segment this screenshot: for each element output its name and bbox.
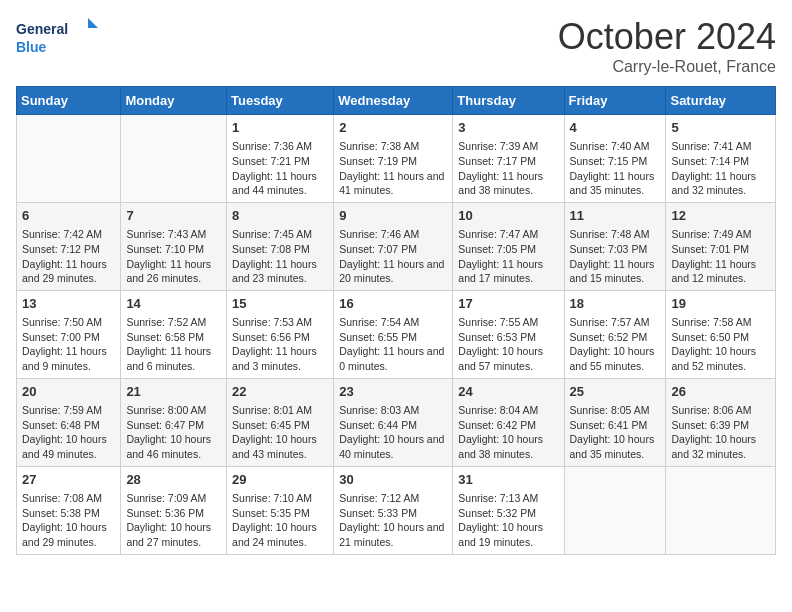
day-number: 28 — [126, 471, 221, 489]
cell-info: Sunrise: 7:45 AM Sunset: 7:08 PM Dayligh… — [232, 227, 328, 286]
cell-info: Sunrise: 8:06 AM Sunset: 6:39 PM Dayligh… — [671, 403, 770, 462]
col-header-tuesday: Tuesday — [227, 87, 334, 115]
day-number: 20 — [22, 383, 115, 401]
cell-info: Sunrise: 7:57 AM Sunset: 6:52 PM Dayligh… — [570, 315, 661, 374]
calendar-cell: 19Sunrise: 7:58 AM Sunset: 6:50 PM Dayli… — [666, 290, 776, 378]
calendar-cell: 23Sunrise: 8:03 AM Sunset: 6:44 PM Dayli… — [334, 378, 453, 466]
day-number: 25 — [570, 383, 661, 401]
cell-info: Sunrise: 7:54 AM Sunset: 6:55 PM Dayligh… — [339, 315, 447, 374]
calendar-cell: 15Sunrise: 7:53 AM Sunset: 6:56 PM Dayli… — [227, 290, 334, 378]
col-header-monday: Monday — [121, 87, 227, 115]
cell-info: Sunrise: 8:04 AM Sunset: 6:42 PM Dayligh… — [458, 403, 558, 462]
calendar-cell — [17, 115, 121, 203]
day-number: 17 — [458, 295, 558, 313]
day-number: 13 — [22, 295, 115, 313]
header-row: SundayMondayTuesdayWednesdayThursdayFrid… — [17, 87, 776, 115]
day-number: 15 — [232, 295, 328, 313]
logo: General Blue — [16, 16, 106, 61]
month-title: October 2024 — [558, 16, 776, 58]
day-number: 16 — [339, 295, 447, 313]
calendar-cell: 4Sunrise: 7:40 AM Sunset: 7:15 PM Daylig… — [564, 115, 666, 203]
cell-info: Sunrise: 7:13 AM Sunset: 5:32 PM Dayligh… — [458, 491, 558, 550]
calendar-cell: 10Sunrise: 7:47 AM Sunset: 7:05 PM Dayli… — [453, 202, 564, 290]
cell-info: Sunrise: 7:12 AM Sunset: 5:33 PM Dayligh… — [339, 491, 447, 550]
week-row-2: 6Sunrise: 7:42 AM Sunset: 7:12 PM Daylig… — [17, 202, 776, 290]
cell-info: Sunrise: 7:49 AM Sunset: 7:01 PM Dayligh… — [671, 227, 770, 286]
week-row-4: 20Sunrise: 7:59 AM Sunset: 6:48 PM Dayli… — [17, 378, 776, 466]
cell-info: Sunrise: 8:03 AM Sunset: 6:44 PM Dayligh… — [339, 403, 447, 462]
cell-info: Sunrise: 7:55 AM Sunset: 6:53 PM Dayligh… — [458, 315, 558, 374]
calendar-cell: 2Sunrise: 7:38 AM Sunset: 7:19 PM Daylig… — [334, 115, 453, 203]
calendar-cell: 21Sunrise: 8:00 AM Sunset: 6:47 PM Dayli… — [121, 378, 227, 466]
title-area: October 2024 Carry-le-Rouet, France — [558, 16, 776, 76]
cell-info: Sunrise: 7:43 AM Sunset: 7:10 PM Dayligh… — [126, 227, 221, 286]
calendar-cell: 9Sunrise: 7:46 AM Sunset: 7:07 PM Daylig… — [334, 202, 453, 290]
day-number: 6 — [22, 207, 115, 225]
day-number: 4 — [570, 119, 661, 137]
calendar-cell: 8Sunrise: 7:45 AM Sunset: 7:08 PM Daylig… — [227, 202, 334, 290]
day-number: 21 — [126, 383, 221, 401]
cell-info: Sunrise: 7:08 AM Sunset: 5:38 PM Dayligh… — [22, 491, 115, 550]
cell-info: Sunrise: 7:09 AM Sunset: 5:36 PM Dayligh… — [126, 491, 221, 550]
cell-info: Sunrise: 7:48 AM Sunset: 7:03 PM Dayligh… — [570, 227, 661, 286]
col-header-thursday: Thursday — [453, 87, 564, 115]
cell-info: Sunrise: 7:58 AM Sunset: 6:50 PM Dayligh… — [671, 315, 770, 374]
cell-info: Sunrise: 7:10 AM Sunset: 5:35 PM Dayligh… — [232, 491, 328, 550]
col-header-wednesday: Wednesday — [334, 87, 453, 115]
day-number: 10 — [458, 207, 558, 225]
calendar-cell: 12Sunrise: 7:49 AM Sunset: 7:01 PM Dayli… — [666, 202, 776, 290]
location: Carry-le-Rouet, France — [558, 58, 776, 76]
cell-info: Sunrise: 7:53 AM Sunset: 6:56 PM Dayligh… — [232, 315, 328, 374]
day-number: 11 — [570, 207, 661, 225]
col-header-saturday: Saturday — [666, 87, 776, 115]
calendar-cell: 18Sunrise: 7:57 AM Sunset: 6:52 PM Dayli… — [564, 290, 666, 378]
cell-info: Sunrise: 7:50 AM Sunset: 7:00 PM Dayligh… — [22, 315, 115, 374]
svg-text:Blue: Blue — [16, 39, 47, 55]
cell-info: Sunrise: 7:38 AM Sunset: 7:19 PM Dayligh… — [339, 139, 447, 198]
day-number: 9 — [339, 207, 447, 225]
day-number: 8 — [232, 207, 328, 225]
calendar-cell: 5Sunrise: 7:41 AM Sunset: 7:14 PM Daylig… — [666, 115, 776, 203]
cell-info: Sunrise: 7:39 AM Sunset: 7:17 PM Dayligh… — [458, 139, 558, 198]
calendar-cell: 27Sunrise: 7:08 AM Sunset: 5:38 PM Dayli… — [17, 466, 121, 554]
cell-info: Sunrise: 7:42 AM Sunset: 7:12 PM Dayligh… — [22, 227, 115, 286]
calendar-cell: 22Sunrise: 8:01 AM Sunset: 6:45 PM Dayli… — [227, 378, 334, 466]
day-number: 30 — [339, 471, 447, 489]
cell-info: Sunrise: 7:41 AM Sunset: 7:14 PM Dayligh… — [671, 139, 770, 198]
week-row-3: 13Sunrise: 7:50 AM Sunset: 7:00 PM Dayli… — [17, 290, 776, 378]
calendar-table: SundayMondayTuesdayWednesdayThursdayFrid… — [16, 86, 776, 555]
page-header: General Blue October 2024 Carry-le-Rouet… — [16, 16, 776, 76]
day-number: 19 — [671, 295, 770, 313]
calendar-cell: 30Sunrise: 7:12 AM Sunset: 5:33 PM Dayli… — [334, 466, 453, 554]
day-number: 7 — [126, 207, 221, 225]
day-number: 31 — [458, 471, 558, 489]
svg-text:General: General — [16, 21, 68, 37]
cell-info: Sunrise: 8:01 AM Sunset: 6:45 PM Dayligh… — [232, 403, 328, 462]
calendar-cell: 25Sunrise: 8:05 AM Sunset: 6:41 PM Dayli… — [564, 378, 666, 466]
day-number: 1 — [232, 119, 328, 137]
calendar-cell: 26Sunrise: 8:06 AM Sunset: 6:39 PM Dayli… — [666, 378, 776, 466]
calendar-cell — [121, 115, 227, 203]
calendar-cell: 16Sunrise: 7:54 AM Sunset: 6:55 PM Dayli… — [334, 290, 453, 378]
day-number: 12 — [671, 207, 770, 225]
day-number: 26 — [671, 383, 770, 401]
cell-info: Sunrise: 8:00 AM Sunset: 6:47 PM Dayligh… — [126, 403, 221, 462]
calendar-cell: 11Sunrise: 7:48 AM Sunset: 7:03 PM Dayli… — [564, 202, 666, 290]
calendar-cell: 1Sunrise: 7:36 AM Sunset: 7:21 PM Daylig… — [227, 115, 334, 203]
calendar-cell: 20Sunrise: 7:59 AM Sunset: 6:48 PM Dayli… — [17, 378, 121, 466]
day-number: 27 — [22, 471, 115, 489]
cell-info: Sunrise: 7:52 AM Sunset: 6:58 PM Dayligh… — [126, 315, 221, 374]
day-number: 18 — [570, 295, 661, 313]
day-number: 5 — [671, 119, 770, 137]
col-header-friday: Friday — [564, 87, 666, 115]
week-row-5: 27Sunrise: 7:08 AM Sunset: 5:38 PM Dayli… — [17, 466, 776, 554]
calendar-cell: 6Sunrise: 7:42 AM Sunset: 7:12 PM Daylig… — [17, 202, 121, 290]
calendar-cell: 3Sunrise: 7:39 AM Sunset: 7:17 PM Daylig… — [453, 115, 564, 203]
day-number: 22 — [232, 383, 328, 401]
svg-marker-1 — [88, 18, 98, 28]
calendar-cell: 24Sunrise: 8:04 AM Sunset: 6:42 PM Dayli… — [453, 378, 564, 466]
calendar-cell: 31Sunrise: 7:13 AM Sunset: 5:32 PM Dayli… — [453, 466, 564, 554]
day-number: 24 — [458, 383, 558, 401]
cell-info: Sunrise: 7:59 AM Sunset: 6:48 PM Dayligh… — [22, 403, 115, 462]
cell-info: Sunrise: 7:47 AM Sunset: 7:05 PM Dayligh… — [458, 227, 558, 286]
